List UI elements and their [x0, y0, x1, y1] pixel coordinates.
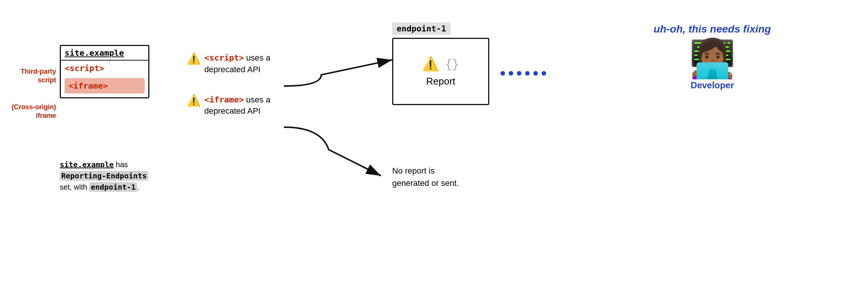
iframe-tag-label: <iframe> — [204, 95, 244, 104]
warning-text-script: <script> uses adeprecated API — [204, 52, 270, 76]
diagram-container: Third-party script (Cross-origin) iframe… — [0, 0, 868, 285]
site-caption: site.example has Reporting-Endpoints set… — [60, 159, 164, 193]
warning-icon-script: ⚠️ — [187, 53, 201, 64]
caption-reporting-endpoints: Reporting-Endpoints — [60, 171, 148, 181]
dot-1 — [500, 71, 505, 76]
developer-wrapper: uh-oh, this needs fixing 👩🏾‍💻 Developer — [654, 22, 771, 91]
no-report-text: No report isgenerated or sent. — [392, 165, 459, 189]
cross-origin-label: (Cross-origin) iframe — [6, 103, 56, 120]
endpoint-icons: ⚠️ {} — [422, 56, 459, 72]
warning-icon-iframe: ⚠️ — [187, 95, 201, 106]
caption-site-mono: site.example — [60, 160, 114, 169]
dot-3 — [517, 71, 521, 76]
endpoint-json-icon: {} — [445, 57, 459, 71]
dots-line — [500, 71, 546, 76]
site-iframe-row: <iframe> — [65, 78, 145, 94]
warning-item-script: ⚠️ <script> uses adeprecated API — [187, 52, 270, 76]
endpoint-box: ⚠️ {} Report — [392, 38, 489, 105]
site-script-row: <script> — [61, 61, 148, 76]
dot-2 — [509, 71, 513, 76]
dot-6 — [542, 71, 546, 76]
script-tag-label: <script> — [204, 53, 244, 62]
endpoint-report-text: Report — [426, 76, 455, 87]
developer-emoji: 👩🏾‍💻 — [689, 40, 736, 77]
site-box-wrapper: Third-party script (Cross-origin) iframe… — [60, 45, 149, 98]
endpoint-label: endpoint-1 — [392, 22, 450, 35]
third-party-label: Third-party script — [9, 67, 56, 85]
caption-endpoint-highlight: endpoint-1 — [89, 182, 137, 192]
uh-oh-text: uh-oh, this needs fixing — [654, 22, 771, 36]
dot-4 — [525, 71, 530, 76]
site-title: site.example — [61, 46, 148, 61]
warning-text-iframe: <iframe> uses adeprecated API — [204, 94, 270, 117]
caption-set-with: set, with — [60, 183, 87, 191]
caption-has: has — [114, 160, 128, 169]
endpoint-warning-icon: ⚠️ — [422, 56, 439, 72]
warning-item-iframe: ⚠️ <iframe> uses adeprecated API — [187, 94, 270, 117]
developer-label: Developer — [691, 80, 734, 91]
endpoint-wrapper: endpoint-1 ⚠️ {} Report — [392, 22, 489, 105]
dot-5 — [533, 71, 538, 76]
caption-period: . — [137, 183, 139, 191]
warnings-area: ⚠️ <script> uses adeprecated API ⚠️ <ifr… — [187, 52, 270, 136]
site-box: site.example <script> <iframe> — [60, 45, 149, 98]
